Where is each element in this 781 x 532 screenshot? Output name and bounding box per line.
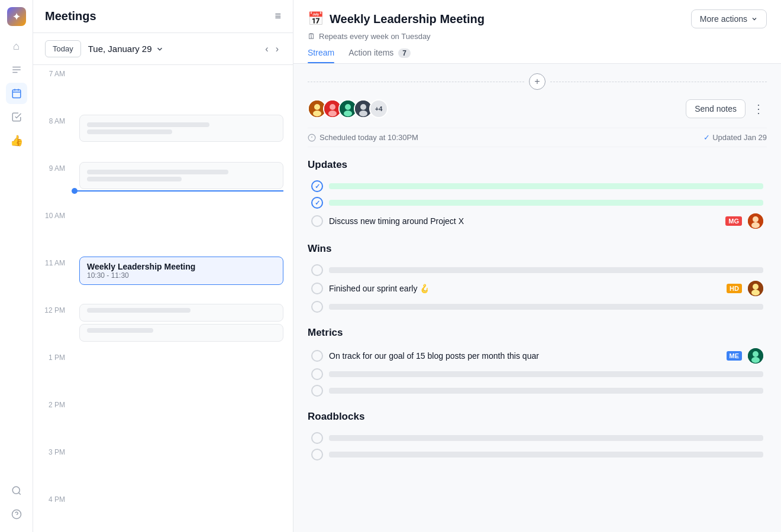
tasks-icon[interactable] [6,106,27,128]
svg-point-7 [12,486,20,494]
wins-heading: Wins [308,243,767,255]
checkbox-wins-3[interactable] [311,301,323,313]
send-notes-button[interactable]: Send notes [686,99,746,118]
checkbox-metrics-1[interactable] [311,350,323,362]
time-label-11am: 11 AM [33,254,75,267]
time-content-12pm [75,301,293,346]
time-label-10am: 10 AM [33,207,75,220]
add-divider: + [308,73,767,90]
time-slot-3pm: 3 PM [33,443,293,491]
schedule-info: Scheduled today at 10:30PM [308,133,418,142]
wins-item-2[interactable]: Finished our sprint early 🪝 HD [308,278,767,299]
event-card-placeholder-3[interactable] [79,304,283,322]
date-display[interactable]: Tue, January 29 [88,44,164,54]
svg-rect-3 [12,90,21,98]
checkbox-metrics-3[interactable] [311,385,323,397]
time-slot-1pm: 1 PM [33,349,293,396]
repeat-text: Repeats every week on Tuesday [319,32,431,41]
meeting-card-time: 10:30 - 11:30 [87,271,276,280]
participants-row: +4 Send notes ⋮ [308,99,767,118]
event-card-placeholder-4[interactable] [79,324,283,342]
svg-point-12 [314,104,320,110]
add-section-button[interactable]: + [529,73,546,90]
event-card-placeholder-1[interactable] [79,115,283,142]
roadblocks-heading: Roadblocks [308,411,767,423]
checkbox-metrics-2[interactable] [311,368,323,380]
time-content-7am [75,65,293,70]
notes-icon[interactable] [6,59,27,80]
wins-text-placeholder-1 [329,267,763,273]
wins-item-3[interactable] [308,299,767,315]
calendar-icon[interactable] [6,83,27,104]
avatar-wins-2 [748,281,763,296]
sidebar-header: Meetings ≡ [33,0,293,33]
meeting-title-row: 📅 Weekly Leadership Meeting More actions [308,9,767,28]
help-icon[interactable] [6,504,27,525]
thumbs-icon[interactable]: 👍 [6,130,27,151]
meeting-card-title: Weekly Leadership Meeting [87,262,276,271]
repeat-icon: 🗓 [308,32,315,41]
update-item-2[interactable] [308,194,767,211]
more-actions-button[interactable]: More actions [691,9,767,28]
meeting-calendar-icon: 📅 [308,11,324,27]
checkbox-roadblocks-2[interactable] [311,449,323,460]
wins-item-1[interactable] [308,262,767,278]
search-icon[interactable] [6,480,27,501]
metrics-item-3[interactable] [308,382,767,399]
svg-point-21 [360,104,366,110]
time-label-4pm: 4 PM [33,491,75,504]
schedule-today-text: Scheduled today at 10:30PM [320,133,418,142]
roadblocks-text-placeholder-2 [329,452,763,458]
wins-text-placeholder-3 [329,304,763,310]
svg-line-8 [18,492,20,494]
checkbox-update-3[interactable] [311,215,323,227]
checkbox-wins-2[interactable] [311,283,323,294]
participants-more-button[interactable]: ⋮ [750,99,767,118]
divider-line-left [308,82,524,82]
time-label-12pm: 12 PM [33,301,75,314]
time-label-7am: 7 AM [33,65,75,78]
meeting-subtitle: 🗓 Repeats every week on Tuesday [308,32,767,41]
avatar-metrics-1 [748,348,763,364]
update-item-1[interactable] [308,178,767,194]
roadblocks-item-2[interactable] [308,446,767,463]
update-text-3: Discuss new timing around Project X [329,216,717,226]
schedule-info-row: Scheduled today at 10:30PM ✓ Updated Jan… [308,128,767,147]
metrics-item-1[interactable]: On track for our goal of 15 blog posts p… [308,346,767,366]
time-slot-12pm: 12 PM [33,301,293,349]
app-logo: ✦ [7,7,26,26]
tab-stream[interactable]: Stream [308,48,334,63]
metrics-item-2[interactable] [308,366,767,382]
metrics-text-1: On track for our goal of 15 blog posts p… [329,351,718,361]
meeting-title-left: 📅 Weekly Leadership Meeting [308,11,485,27]
event-card-placeholder-2[interactable] [79,162,283,189]
sidebar-title: Meetings [45,9,96,23]
checkbox-update-1[interactable] [311,180,323,192]
time-content-3pm [75,443,293,448]
svg-point-18 [345,104,351,110]
time-slot-9am: 9 AM [33,160,293,207]
time-content-10am [75,207,293,212]
time-content-11am: Weekly Leadership Meeting 10:30 - 11:30 [75,254,293,290]
svg-point-30 [753,284,759,290]
sidebar: Meetings ≡ Today Tue, January 29 ‹ › 7 A… [33,0,293,532]
time-label-8am: 8 AM [33,112,75,125]
time-slot-11am: 11 AM Weekly Leadership Meeting 10:30 - … [33,254,293,301]
tabs-row: Stream Action items 7 [308,48,767,63]
checkbox-update-2[interactable] [311,197,323,209]
update-item-3[interactable]: Discuss new timing around Project X MG [308,211,767,231]
sidebar-menu-icon[interactable]: ≡ [275,10,281,22]
roadblocks-item-1[interactable] [308,430,767,446]
checkbox-roadblocks-1[interactable] [311,432,323,444]
svg-point-27 [753,216,759,222]
current-date-label: Tue, January 29 [88,44,152,54]
next-date-button[interactable]: › [273,41,281,57]
today-button[interactable]: Today [45,40,81,57]
prev-date-button[interactable]: ‹ [263,41,270,57]
time-label-3pm: 3 PM [33,443,75,456]
meeting-card-main[interactable]: Weekly Leadership Meeting 10:30 - 11:30 [79,257,283,285]
home-icon[interactable]: ⌂ [6,35,27,57]
metrics-heading: Metrics [308,327,767,339]
checkbox-wins-1[interactable] [311,264,323,276]
tab-action-items[interactable]: Action items 7 [348,48,411,63]
